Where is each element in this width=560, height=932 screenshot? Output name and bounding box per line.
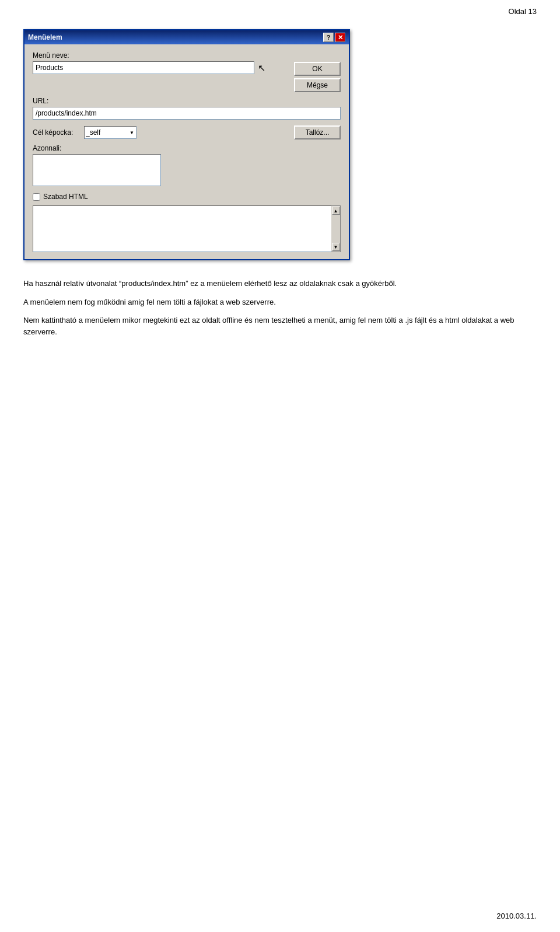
body-paragraph-2: A menüelem nem fog működni amig fel nem … bbox=[23, 296, 537, 308]
body-text-area: Ha használ relatív útvonalat “products/i… bbox=[23, 278, 537, 337]
megse-button[interactable]: Mégse bbox=[294, 78, 341, 92]
azonnali-label: Azonnali: bbox=[33, 144, 341, 152]
close-button[interactable]: ✕ bbox=[335, 33, 345, 42]
body-paragraph-3: Nem kattintható a menüelem mikor megteki… bbox=[23, 315, 537, 337]
dialog-title: Menüelem bbox=[28, 33, 62, 41]
cel-kepocka-select[interactable]: _self _blank _parent _top bbox=[84, 126, 136, 139]
azonnali-section: Azonnali: bbox=[33, 144, 341, 188]
cel-kepocka-row: Cél képocka: _self _blank _parent _top T… bbox=[33, 125, 341, 139]
page-label: Oldal bbox=[509, 7, 526, 16]
scroll-down-button[interactable]: ▼ bbox=[332, 243, 340, 251]
menu-neve-label: Menü neve: bbox=[33, 51, 288, 60]
url-input[interactable] bbox=[33, 107, 341, 120]
menu-neve-input[interactable] bbox=[33, 61, 254, 74]
szabad-html-label: Szabad HTML bbox=[43, 193, 88, 201]
dialog-action-buttons: OK Mégse bbox=[294, 51, 341, 92]
scroll-up-button[interactable]: ▲ bbox=[332, 207, 340, 215]
help-button[interactable]: ? bbox=[323, 33, 334, 42]
szabad-html-row: Szabad HTML bbox=[33, 193, 341, 201]
talloz-button[interactable]: Tallóz... bbox=[294, 125, 341, 139]
menu-neve-section: Menü neve: ↖ bbox=[33, 51, 288, 74]
dialog-body: Menü neve: ↖ OK Mégse URL: bbox=[24, 44, 349, 259]
ok-button[interactable]: OK bbox=[294, 62, 341, 76]
scrollbar-vertical: ▲ ▼ bbox=[331, 205, 341, 252]
dialog-titlebar: Menüelem ? ✕ bbox=[24, 30, 349, 44]
page-footer: 2010.03.11. bbox=[496, 912, 537, 920]
footer-date: 2010.03.11. bbox=[496, 912, 537, 920]
body-paragraph-1: Ha használ relatív útvonalat “products/i… bbox=[23, 278, 537, 289]
url-label: URL: bbox=[33, 97, 341, 105]
dialog-window: Menüelem ? ✕ Menü neve: ↖ OK bbox=[23, 29, 350, 260]
html-content-textarea[interactable] bbox=[33, 205, 331, 252]
url-section: URL: bbox=[33, 97, 341, 120]
cel-kepocka-label: Cél képocka: bbox=[33, 128, 79, 137]
page-number: 13 bbox=[528, 7, 537, 16]
page-header: Oldal 13 bbox=[509, 7, 537, 16]
cursor-indicator: ↖ bbox=[258, 62, 265, 74]
html-content-area: ▲ ▼ bbox=[33, 205, 341, 252]
szabad-html-checkbox[interactable] bbox=[33, 193, 40, 201]
azonnali-textarea[interactable] bbox=[33, 154, 161, 186]
cel-select-wrapper: _self _blank _parent _top bbox=[84, 126, 136, 139]
titlebar-buttons: ? ✕ bbox=[323, 33, 345, 42]
